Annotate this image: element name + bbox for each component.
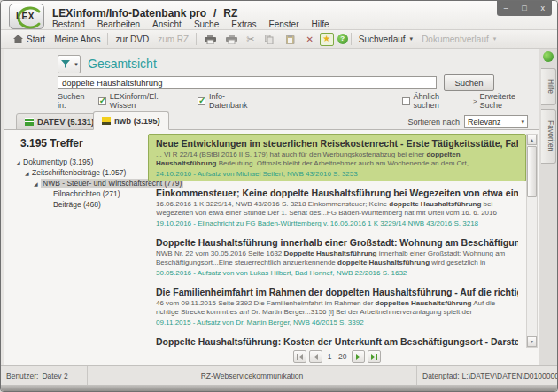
tree-item[interactable]: ◢Zeitschriftenbeiträge (1.057) (16, 167, 149, 178)
filter-button[interactable]: ▾ (58, 55, 81, 73)
tree-item[interactable]: Beiträge (468) (16, 199, 149, 210)
paste-button (280, 32, 301, 47)
tree-item[interactable]: ◢NWB - Steuer- und Wirtschaftsrecht (779… (16, 178, 149, 188)
result-meta: 24.10.2016 - Aufsatz von Michael Seifert… (156, 170, 518, 178)
sort-area: Sortieren nach Relevanz ▾ (407, 115, 528, 128)
meine-abos-button[interactable]: Meine Abos (50, 33, 105, 46)
zur-dvd-button[interactable]: zur DVD (111, 33, 153, 46)
result-item[interactable]: Doppelte Haushaltsführung innerhalb eine… (148, 233, 526, 281)
scrollbar-thumb[interactable] (527, 146, 537, 197)
content-area: 3.195 Treffer ◢Dokumenttyp (3.195)◢Zeits… (4, 130, 539, 365)
tree-expander-icon[interactable]: ◢ (34, 181, 41, 187)
search-button[interactable]: Suchen (444, 74, 494, 91)
help-icon[interactable]: ? (337, 34, 348, 44)
delete-button[interactable]: ✕ (301, 33, 317, 46)
doc-tab-datev[interactable]: DATEV (5.131) (16, 113, 103, 130)
menu-item-extras[interactable]: Extras (231, 19, 256, 29)
print-icon (204, 34, 216, 45)
menu-item-suche[interactable]: Suche (194, 19, 219, 29)
scope-label: Suchen in: (58, 92, 89, 110)
menu-item-ansicht[interactable]: Ansicht (152, 19, 182, 29)
results-scrollbar[interactable]: ▲ ▼ (526, 134, 538, 348)
tree-item-label: Zeitschriftenbeiträge (1.057) (32, 168, 126, 177)
tree-item-label: Dokumenttyp (3.195) (23, 158, 93, 166)
result-item[interactable]: Neue Entwicklungen im steuerlichen Reise… (148, 134, 526, 181)
status-user: Benutzer: Datev 2 (1, 366, 88, 385)
tab-favoriten[interactable]: Favoriten (541, 109, 556, 164)
chevron-down-icon: ▾ (74, 61, 78, 68)
chevron-down-icon: ▾ (521, 119, 524, 126)
doc-tab-label: nwb (3.195) (114, 116, 160, 126)
start-button[interactable]: Start (7, 32, 50, 47)
last-page-icon (370, 353, 378, 361)
toolbar-separator (196, 33, 197, 45)
sort-label: Sortieren nach (407, 118, 460, 127)
print-button[interactable] (199, 32, 221, 47)
paste-icon (284, 34, 297, 45)
sort-dropdown[interactable]: Relevanz ▾ (464, 115, 528, 128)
result-title: Doppelte Haushaltsführung innerhalb eine… (156, 237, 518, 248)
first-page-icon (296, 353, 304, 361)
checkbox-icon (98, 97, 106, 105)
results-list: Neue Entwicklungen im steuerlichen Reise… (148, 134, 526, 348)
result-count-header: 3.195 Treffer (20, 137, 83, 150)
result-meta: 09.11.2015 - Aufsatz von Dr. Martin Berg… (156, 319, 518, 327)
result-title: Einkommensteuer; Keine doppelte Haushalt… (156, 188, 518, 198)
toolbar-separator (107, 33, 108, 45)
toolbar: Start Meine Abos zur DVD zum RZ ✂ (1, 30, 557, 49)
search-panel: ▾ Gesamtsicht Suchen Suchen in: LEXinfor… (4, 49, 539, 112)
chevron-down-icon: ▾ (493, 35, 497, 42)
green-ball-icon[interactable] (543, 51, 554, 62)
last-page-button[interactable] (368, 350, 381, 363)
result-snippet: ... VI R 22/14 (BStBl 2016 II S. 179) ha… (156, 150, 518, 168)
scroll-down-icon[interactable]: ▼ (527, 336, 537, 347)
checkbox-lexinform[interactable]: LEXinform/El. Wissen (98, 92, 173, 110)
tree-expander-icon[interactable]: ◢ (16, 159, 23, 165)
menu-item-hilfe[interactable]: Hilfe (311, 19, 329, 29)
tree-item[interactable]: ◢Dokumenttyp (3.195) (16, 157, 149, 167)
document-tabs: Sortieren nach Relevanz ▾ DATEV (5.131)n… (4, 112, 539, 130)
tab-hilfe[interactable]: Hilfe (541, 68, 556, 105)
tree-item-label: Eilnachrichten (271) (53, 189, 120, 198)
prev-page-button[interactable] (309, 350, 322, 363)
result-title: Doppelte Haushaltsführung: Kosten der Un… (156, 336, 518, 347)
pagination: 1 - 20 (148, 350, 526, 364)
copy-button (259, 32, 280, 47)
print-preview-button[interactable] (221, 32, 242, 47)
doc-tab-label: DATEV (5.131) (37, 117, 94, 127)
checkbox-aehnlich-suchen[interactable]: Ähnlich suchen (402, 92, 457, 110)
doc-tab-nwb[interactable]: nwb (3.195) (93, 111, 169, 130)
menu-item-fenster[interactable]: Fenster (269, 19, 299, 29)
erweiterte-suche-link[interactable]: > Erweiterte Suche (473, 92, 530, 110)
favorite-toggle-button[interactable]: ★ (320, 33, 334, 46)
menu-item-bestand[interactable]: Bestand (52, 19, 85, 29)
chevron-right-icon: > (473, 97, 477, 105)
prev-page-icon (312, 353, 320, 361)
next-page-button[interactable] (352, 350, 365, 363)
title-separator: / (206, 7, 223, 19)
first-page-button[interactable] (293, 350, 306, 363)
scroll-up-icon[interactable]: ▲ (527, 135, 537, 145)
datev-icon (25, 118, 34, 126)
tree-expander-icon[interactable]: ◢ (25, 170, 32, 176)
lex-logo-icon: LEX (9, 4, 44, 29)
result-item[interactable]: Die Familienheimfahrt im Rahmen der dopp… (148, 282, 526, 330)
window-controls: – □ x (497, 1, 552, 16)
lex-logo-text: LEX (16, 12, 35, 21)
result-item[interactable]: Doppelte Haushaltsführung: Kosten der Un… (148, 332, 526, 348)
cut-icon: ✂ (246, 34, 254, 45)
tree-item[interactable]: Eilnachrichten (271) (16, 188, 149, 199)
suchverlauf-dropdown[interactable]: Suchverlauf ▾ (354, 33, 417, 46)
delete-icon: ✕ (306, 35, 313, 44)
menu-item-bearbeiten[interactable]: Bearbeiten (97, 19, 140, 29)
close-button[interactable]: x (537, 4, 549, 12)
minimize-button[interactable]: – (500, 4, 512, 12)
maximize-button[interactable]: □ (518, 4, 531, 12)
checkbox-infodatenbank[interactable]: Info-Datenbank (198, 92, 253, 110)
result-item[interactable]: Einkommensteuer; Keine doppelte Haushalt… (148, 183, 526, 231)
result-snippet: 46 vom 09.11.2015 Seite 3392 Die Familie… (156, 299, 518, 317)
search-input[interactable] (58, 76, 437, 89)
window-bottom-edge (1, 385, 557, 391)
result-title: Die Familienheimfahrt im Rahmen der dopp… (156, 287, 518, 297)
nwb-icon (102, 117, 111, 125)
